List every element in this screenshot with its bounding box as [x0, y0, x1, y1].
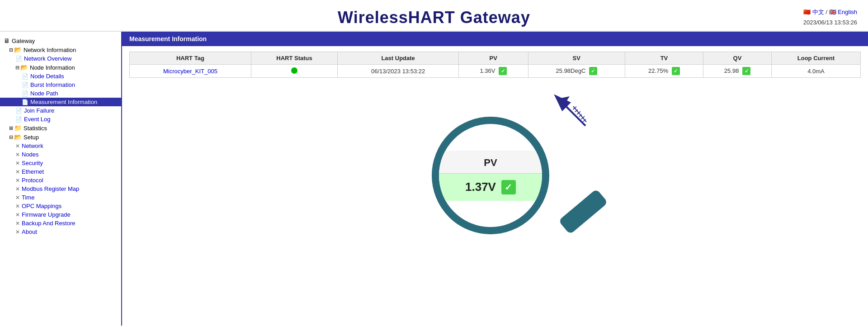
sidebar-link-event-log[interactable]: Event Log	[24, 116, 51, 123]
page-icon-6: 📄	[15, 108, 22, 114]
cell-tv: 22.75% ✓	[625, 65, 703, 78]
sidebar-item-security[interactable]: ✕ Security	[0, 159, 121, 167]
sidebar-item-network-overview[interactable]: 📄 Network Overview	[0, 54, 121, 63]
sidebar-label-node-information: Node Information	[30, 64, 75, 71]
sidebar-link-ethernet[interactable]: Ethernet	[22, 168, 44, 175]
sidebar-link-opc-mappings[interactable]: OPC Mappings	[22, 203, 61, 209]
qv-check-icon: ✓	[742, 67, 750, 75]
hart-tag-link[interactable]: Microcyber_KIT_005	[163, 68, 217, 75]
minus-icon-3: ⊟	[9, 134, 13, 140]
sidebar-item-burst-information[interactable]: 📄 Burst Information	[0, 81, 121, 89]
magnifier-lens: PV 1.37V ✓	[432, 117, 549, 234]
tv-value: 22.75%	[648, 67, 668, 74]
x-icon-1: ✕	[15, 143, 20, 149]
pv-check-icon: ✓	[499, 67, 507, 75]
x-icon-2: ✕	[15, 152, 20, 158]
page-icon-3: 📄	[22, 82, 28, 88]
col-pv: PV	[458, 52, 528, 65]
chinese-lang-link[interactable]: 中文	[812, 9, 824, 15]
language-selector[interactable]: 🇨🇳 中文 / 🇬🇧 English	[803, 8, 857, 16]
sidebar-item-event-log[interactable]: 📄 Event Log	[0, 115, 121, 123]
col-tv: TV	[625, 52, 703, 65]
sidebar-label-setup: Setup	[24, 134, 39, 141]
sidebar-item-backup-and-restore[interactable]: ✕ Backup And Restore	[0, 219, 121, 227]
cell-pv: 1.36V ✓	[458, 65, 528, 78]
sidebar-link-network-overview[interactable]: Network Overview	[24, 55, 71, 62]
sidebar-item-node-information[interactable]: ⊟ 📂 Node Information	[0, 63, 121, 72]
illustration-container: PV 1.37V ✓	[423, 94, 613, 230]
main-content: Measurement Information HART Tag HART St…	[122, 32, 868, 326]
sidebar-item-setup[interactable]: ⊟ 📂 Setup	[0, 133, 121, 142]
sv-value: 25.98DegC	[556, 67, 586, 74]
sidebar-link-security[interactable]: Security	[22, 160, 43, 166]
x-icon-5: ✕	[15, 177, 20, 184]
sidebar-label-gateway: Gateway	[12, 38, 35, 44]
magnifier-handle	[558, 189, 608, 234]
magnifier-illustration: PV 1.37V ✓	[122, 85, 868, 239]
sidebar-link-about[interactable]: About	[22, 228, 37, 235]
x-icon-10: ✕	[15, 220, 20, 227]
sidebar: 🖥 Gateway ⊟ 📂 Network Information 📄 Netw…	[0, 32, 122, 326]
minus-icon: ⊟	[9, 47, 13, 53]
cell-hart-tag[interactable]: Microcyber_KIT_005	[130, 65, 251, 78]
folder-open-icon-2: 📂	[20, 64, 28, 71]
page-icon: 📄	[15, 56, 22, 62]
status-green-dot	[291, 67, 297, 74]
sidebar-link-burst-information[interactable]: Burst Information	[30, 81, 75, 88]
sidebar-item-protocol[interactable]: ✕ Protocol	[0, 176, 121, 185]
sidebar-item-measurement-information[interactable]: 📄 Measurement Information	[0, 98, 121, 106]
sidebar-item-nodes[interactable]: ✕ Nodes	[0, 150, 121, 159]
cell-hart-status	[251, 65, 338, 78]
x-icon-6: ✕	[15, 186, 20, 192]
page-icon-7: 📄	[15, 116, 22, 123]
sidebar-label-statistics: Statistics	[24, 125, 47, 132]
sidebar-link-modbus-register-map[interactable]: Modbus Register Map	[22, 185, 79, 192]
sidebar-label-network-information: Network Information	[24, 47, 76, 53]
sidebar-link-protocol[interactable]: Protocol	[22, 177, 43, 184]
sidebar-item-node-details[interactable]: 📄 Node Details	[0, 72, 121, 81]
folder-icon-2: 📁	[14, 124, 22, 132]
table-row: Microcyber_KIT_005 06/13/2023 13:53:22 1…	[130, 65, 861, 78]
sidebar-link-network[interactable]: Network	[22, 142, 43, 149]
sidebar-item-node-path[interactable]: 📄 Node Path	[0, 89, 121, 98]
sidebar-item-statistics[interactable]: ⊞ 📁 Statistics	[0, 123, 121, 133]
folder-icon: 🖥	[4, 37, 10, 44]
sidebar-link-node-path[interactable]: Node Path	[30, 90, 58, 97]
sidebar-item-opc-mappings[interactable]: ✕ OPC Mappings	[0, 202, 121, 210]
sidebar-link-firmware-upgrade[interactable]: Firmware Upgrade	[22, 211, 71, 218]
sidebar-label-measurement-information: Measurement Information	[30, 99, 97, 105]
sidebar-link-nodes[interactable]: Nodes	[22, 151, 39, 158]
x-icon-4: ✕	[15, 169, 20, 175]
x-icon-8: ✕	[15, 203, 20, 209]
english-lang-link[interactable]: English	[838, 9, 857, 15]
sidebar-item-firmware-upgrade[interactable]: ✕ Firmware Upgrade	[0, 210, 121, 219]
folder-open-icon-3: 📂	[14, 133, 22, 141]
sidebar-item-ethernet[interactable]: ✕ Ethernet	[0, 167, 121, 176]
col-last-update: Last Update	[338, 52, 459, 65]
folder-open-icon: 📂	[14, 46, 22, 53]
cell-qv: 25.98 ✓	[703, 65, 771, 78]
sidebar-link-join-failure[interactable]: Join Failure	[24, 107, 54, 114]
magnifier-check-icon: ✓	[501, 180, 516, 194]
sidebar-item-modbus-register-map[interactable]: ✕ Modbus Register Map	[0, 185, 121, 193]
sidebar-item-about[interactable]: ✕ About	[0, 227, 121, 236]
qv-value: 25.98	[724, 67, 739, 74]
magnifier-pv-label: PV	[439, 151, 542, 174]
sidebar-item-gateway[interactable]: 🖥 Gateway	[0, 36, 121, 45]
pv-value: 1.36V	[480, 67, 495, 74]
sidebar-link-time[interactable]: Time	[22, 194, 34, 201]
sidebar-item-time[interactable]: ✕ Time	[0, 193, 121, 202]
x-icon-9: ✕	[15, 212, 20, 218]
sidebar-link-node-details[interactable]: Node Details	[30, 73, 64, 80]
col-sv: SV	[528, 52, 625, 65]
sidebar-item-network-information[interactable]: ⊟ 📂 Network Information	[0, 45, 121, 54]
section-title: Measurement Information	[122, 32, 868, 46]
measurement-table: HART Tag HART Status Last Update PV SV T…	[129, 52, 861, 78]
sidebar-item-network[interactable]: ✕ Network	[0, 142, 121, 150]
sidebar-link-backup-and-restore[interactable]: Backup And Restore	[22, 220, 75, 227]
page-title: WirelessHART Gateway	[0, 8, 868, 27]
sidebar-item-join-failure[interactable]: 📄 Join Failure	[0, 106, 121, 115]
col-qv: QV	[703, 52, 771, 65]
x-icon-7: ✕	[15, 194, 20, 201]
sv-check-icon: ✓	[589, 67, 597, 75]
